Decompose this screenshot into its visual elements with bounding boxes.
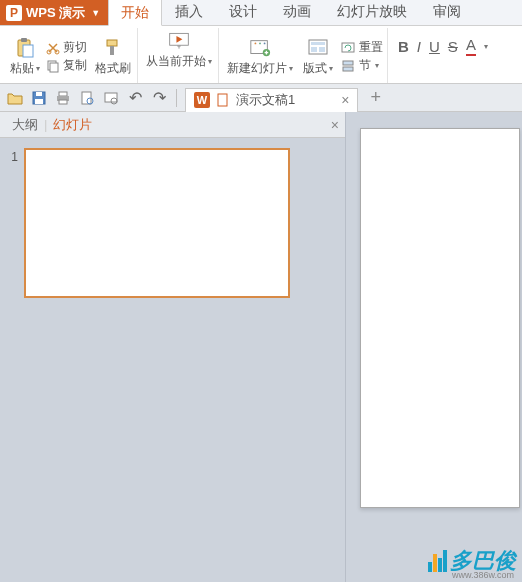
slide-canvas[interactable] (360, 128, 520, 508)
chevron-down-icon: ▾ (329, 64, 333, 73)
paste-icon (14, 37, 36, 59)
svg-point-13 (259, 42, 261, 44)
doc-type-icon (216, 93, 230, 107)
new-slide-label: 新建幻灯片 (227, 60, 287, 77)
redo-icon[interactable]: ↷ (150, 89, 168, 107)
from-current-button[interactable]: 从当前开始▾ (144, 28, 214, 70)
cut-icon (46, 41, 60, 55)
new-slide-button[interactable]: 新建幻灯片▾ (225, 35, 295, 77)
tab-start[interactable]: 开始 (108, 0, 162, 26)
font-color-button[interactable]: A (466, 36, 476, 56)
tab-animation[interactable]: 动画 (270, 0, 324, 25)
thumbnail-list: 1 (0, 138, 345, 308)
bold-button[interactable]: B (398, 38, 409, 55)
tab-insert[interactable]: 插入 (162, 0, 216, 25)
reset-icon (341, 41, 355, 55)
tab-slideshow[interactable]: 幻灯片放映 (324, 0, 420, 25)
cut-button[interactable]: 剪切 (46, 40, 87, 56)
format-painter-label: 格式刷 (95, 60, 131, 77)
side-panel: 大纲 | 幻灯片 × 1 (0, 112, 346, 582)
format-painter-button[interactable]: 格式刷 (93, 35, 133, 77)
svg-rect-20 (343, 61, 353, 65)
new-slide-icon (249, 37, 271, 59)
list-item[interactable]: 1 (8, 148, 337, 298)
svg-rect-1 (21, 38, 27, 42)
print-icon[interactable] (54, 89, 72, 107)
text-format-row: B I U S A ▾ (394, 28, 492, 56)
title-bar: P WPS 演示 ▼ 开始 插入 设计 动画 幻灯片放映 审阅 (0, 0, 522, 26)
tab-design[interactable]: 设计 (216, 0, 270, 25)
undo-icon[interactable]: ↶ (126, 89, 144, 107)
slide-number: 1 (8, 148, 18, 164)
group-slideshow: 从当前开始▾ (140, 28, 219, 83)
svg-rect-17 (311, 47, 317, 52)
section-icon (341, 59, 355, 73)
underline-button[interactable]: U (429, 38, 440, 55)
svg-rect-18 (319, 47, 325, 52)
italic-button[interactable]: I (417, 38, 421, 55)
watermark-bars-icon (428, 550, 448, 576)
svg-point-14 (264, 42, 266, 44)
svg-rect-2 (23, 45, 33, 57)
app-name: WPS 演示 (26, 4, 85, 22)
svg-rect-27 (59, 100, 67, 104)
cut-label: 剪切 (63, 39, 87, 56)
reset-button[interactable]: 重置 (341, 40, 383, 56)
app-badge[interactable]: P WPS 演示 ▼ (0, 0, 108, 25)
svg-rect-6 (50, 63, 58, 72)
chevron-down-icon: ▾ (289, 64, 293, 73)
layout-label: 版式 (303, 60, 327, 77)
svg-rect-23 (36, 92, 42, 96)
ribbon: 粘贴▾ 剪切 复制 格式刷 从当前开始▾ 新建幻灯片▾ (0, 26, 522, 84)
layout-icon (307, 37, 329, 59)
group-clipboard: 粘贴▾ 剪切 复制 格式刷 (4, 28, 138, 83)
clipboard-small: 剪切 复制 (46, 38, 87, 74)
main-area: 大纲 | 幻灯片 × 1 (0, 112, 522, 582)
doc-title: 演示文稿1 (236, 91, 295, 109)
open-icon[interactable] (6, 89, 24, 107)
svg-rect-25 (59, 92, 67, 96)
watermark-link: www.386w.com (452, 570, 514, 580)
separator (176, 89, 177, 107)
layout-button[interactable]: 版式▾ (301, 35, 335, 77)
preview-icon[interactable] (102, 89, 120, 107)
slide-thumbnail[interactable] (24, 148, 290, 298)
play-icon (168, 30, 190, 52)
copy-label: 复制 (63, 57, 87, 74)
close-icon[interactable]: × (341, 92, 349, 108)
section-label: 节 (359, 57, 371, 74)
chevron-down-icon[interactable]: ▾ (484, 42, 488, 51)
save-icon[interactable] (30, 89, 48, 107)
svg-rect-32 (218, 94, 227, 106)
print-preview-icon[interactable] (78, 89, 96, 107)
app-logo-icon: P (6, 5, 22, 21)
close-panel-icon[interactable]: × (331, 117, 339, 133)
chevron-down-icon: ▼ (91, 8, 100, 18)
paste-button[interactable]: 粘贴▾ (8, 35, 42, 77)
side-tab-slides[interactable]: 幻灯片 (47, 116, 98, 134)
svg-rect-24 (35, 99, 43, 104)
new-tab-button[interactable]: + (364, 87, 387, 108)
chevron-down-icon: ▾ (375, 61, 379, 70)
menu-tabs: 开始 插入 设计 动画 幻灯片放映 审阅 (108, 0, 474, 25)
paste-label: 粘贴 (10, 60, 34, 77)
chevron-down-icon: ▾ (36, 64, 40, 73)
svg-point-12 (255, 42, 257, 44)
tab-review[interactable]: 审阅 (420, 0, 474, 25)
strike-button[interactable]: S (448, 38, 458, 55)
group-slides: 新建幻灯片▾ 版式▾ 重置 节 ▾ (221, 28, 388, 83)
section-button[interactable]: 节 ▾ (341, 58, 383, 74)
wps-doc-icon: W (194, 92, 210, 108)
svg-rect-21 (343, 67, 353, 71)
format-painter-icon (102, 37, 124, 59)
side-tab-outline[interactable]: 大纲 (6, 116, 44, 134)
copy-button[interactable]: 复制 (46, 58, 87, 74)
reset-label: 重置 (359, 39, 383, 56)
canvas-area[interactable] (346, 112, 522, 582)
svg-rect-16 (311, 42, 325, 45)
svg-rect-8 (110, 46, 114, 55)
slide-options: 重置 节 ▾ (341, 38, 383, 74)
document-tab[interactable]: W 演示文稿1 × (185, 88, 358, 112)
group-font: B I U S A ▾ (390, 28, 496, 83)
chevron-down-icon: ▾ (208, 57, 212, 66)
